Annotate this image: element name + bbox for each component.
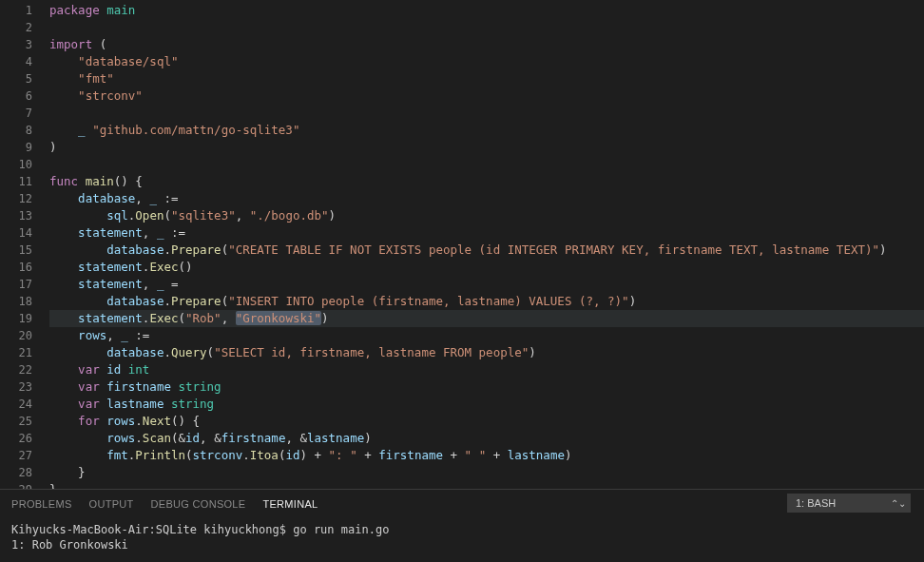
tab-terminal[interactable]: TERMINAL <box>262 498 318 510</box>
code-line[interactable]: database.Prepare("INSERT INTO people (fi… <box>49 293 924 310</box>
code-line[interactable]: } <box>49 481 924 489</box>
terminal-command: go run main.go <box>293 523 389 536</box>
code-line[interactable]: database.Query("SELECT id, firstname, la… <box>49 344 924 361</box>
code-line[interactable]: fmt.Println(strconv.Itoa(id) + ": " + fi… <box>49 447 924 464</box>
code-line[interactable]: statement.Exec() <box>49 259 924 276</box>
code-line[interactable]: _ "github.com/mattn/go-sqlite3" <box>49 122 924 139</box>
code-line[interactable]: var firstname string <box>49 378 924 396</box>
panel-tabs: PROBLEMS OUTPUT DEBUG CONSOLE TERMINAL 1… <box>0 490 924 518</box>
terminal-prompt: Kihyucks-MacBook-Air:SQLite kihyuckhong$ <box>11 523 293 536</box>
code-line[interactable]: rows.Scan(&id, &firstname, &lastname) <box>49 430 924 447</box>
bottom-panel: PROBLEMS OUTPUT DEBUG CONSOLE TERMINAL 1… <box>0 489 924 562</box>
code-line[interactable] <box>49 105 924 122</box>
tab-debug-console[interactable]: DEBUG CONSOLE <box>151 498 246 510</box>
code-line[interactable]: import ( <box>49 36 924 53</box>
terminal-output[interactable]: Kihyucks-MacBook-Air:SQLite kihyuckhong$… <box>0 518 924 562</box>
code-line[interactable]: ) <box>49 139 924 156</box>
terminal-line: 1: Rob Gronkowski <box>11 538 128 552</box>
code-line[interactable]: "strconv" <box>49 87 924 105</box>
code-line[interactable]: var id int <box>49 361 924 378</box>
terminal-selector-label: 1: bash <box>796 497 836 509</box>
code-line[interactable]: } <box>49 464 924 481</box>
code-line[interactable]: statement, _ := <box>49 224 924 242</box>
code-line[interactable]: rows, _ := <box>49 327 924 344</box>
code-line[interactable]: "fmt" <box>49 70 924 87</box>
line-number-gutter: 1234567891011121314151617181920212223242… <box>0 2 49 489</box>
code-line[interactable]: statement.Exec("Rob", "Gronkowski") <box>49 310 924 327</box>
code-line[interactable]: func main() { <box>49 173 924 190</box>
terminal-selector[interactable]: 1: bash ⌃⌄ <box>787 494 911 513</box>
tab-output[interactable]: OUTPUT <box>89 498 134 510</box>
code-line[interactable]: database, _ := <box>49 190 924 207</box>
code-line[interactable] <box>49 19 924 36</box>
code-line[interactable]: database.Prepare("CREATE TABLE IF NOT EX… <box>49 242 924 259</box>
code-line[interactable]: statement, _ = <box>49 276 924 293</box>
code-line[interactable]: var lastname string <box>49 396 924 413</box>
chevron-up-down-icon: ⌃⌄ <box>891 498 906 509</box>
code-line[interactable]: sql.Open("sqlite3", "./bogo.db") <box>49 207 924 224</box>
code-editor[interactable]: 1234567891011121314151617181920212223242… <box>0 0 924 489</box>
code-content[interactable]: package main import ( "database/sql" "fm… <box>49 2 924 489</box>
code-line[interactable]: package main <box>49 2 924 19</box>
code-line[interactable] <box>49 156 924 173</box>
code-line[interactable]: for rows.Next() { <box>49 413 924 430</box>
tab-problems[interactable]: PROBLEMS <box>11 498 72 510</box>
code-line[interactable]: "database/sql" <box>49 53 924 70</box>
